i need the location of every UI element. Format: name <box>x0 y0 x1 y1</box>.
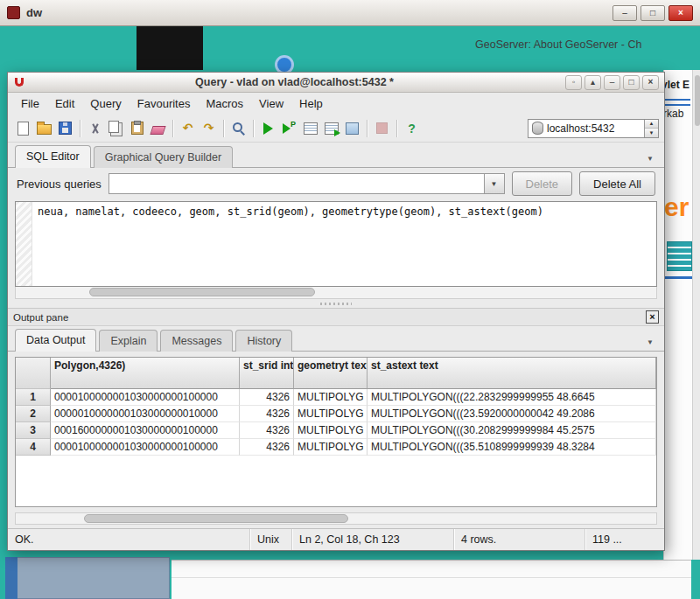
previous-queries-input[interactable] <box>109 174 484 193</box>
minimize-icon[interactable] <box>604 75 620 90</box>
table-row[interactable]: 3 0001600000001030000000100000 4326 MULT… <box>16 422 656 439</box>
sql-text[interactable]: neua, namelat, codeeco, geom, st_srid(ge… <box>38 205 543 218</box>
menu-help[interactable]: Help <box>291 94 331 113</box>
grid-header-st-srid[interactable]: st_srid integer <box>240 358 294 389</box>
cell-st-astext[interactable]: MULTIPOLYGON(((30.2082999999984 45.2575 <box>368 422 656 439</box>
explain-query-icon[interactable] <box>300 118 320 138</box>
cell-st-srid[interactable]: 4326 <box>240 439 294 456</box>
clear-window-icon[interactable] <box>148 118 168 138</box>
chevron-down-icon[interactable] <box>484 174 504 193</box>
cell-geometrytype[interactable]: MULTIPOLYG <box>294 406 368 422</box>
cancel-query-icon[interactable] <box>372 118 392 138</box>
row-number[interactable]: 1 <box>16 389 51 406</box>
table-row[interactable]: 2 0000010000000103000000010000 4326 MULT… <box>16 406 656 422</box>
cell-geom[interactable]: 0000100000001030000000100000 <box>51 389 240 406</box>
tab-messages[interactable]: Messages <box>160 330 233 352</box>
spin-down-icon[interactable] <box>645 129 658 137</box>
cell-geom[interactable]: 0000100000001030000000100000 <box>51 439 240 456</box>
grid-horizontal-scrollbar[interactable] <box>15 512 657 525</box>
tab-sql-editor[interactable]: SQL Editor <box>15 145 91 168</box>
scrollbar-thumb[interactable] <box>84 514 348 523</box>
cell-st-astext[interactable]: MULTIPOLYGON(((35.5108999999939 48.3284 <box>368 439 656 456</box>
chevron-down-icon[interactable] <box>647 150 654 164</box>
status-cursor-position: Ln 2, Col 18, Ch 123 <box>292 529 454 550</box>
execute-pgscript-icon[interactable] <box>279 118 299 138</box>
grid-header-geom[interactable]: Polygon,4326) <box>51 358 240 389</box>
tab-history[interactable]: History <box>235 330 292 352</box>
table-row[interactable]: 1 0000100000001030000000100000 4326 MULT… <box>16 389 656 406</box>
cell-geometrytype[interactable]: MULTIPOLYG <box>294 422 368 439</box>
cell-st-srid[interactable]: 4326 <box>240 422 294 439</box>
paste-icon[interactable] <box>127 118 147 138</box>
output-tab-bar: Data Output Explain Messages History <box>8 326 664 352</box>
help-icon[interactable] <box>402 118 422 138</box>
shade-icon[interactable] <box>584 75 601 90</box>
cell-st-srid[interactable]: 4326 <box>240 389 294 406</box>
scrollbar-thumb[interactable] <box>89 288 315 296</box>
sql-editor[interactable]: neua, namelat, codeeco, geom, st_srid(ge… <box>15 201 657 287</box>
menu-view[interactable]: View <box>251 94 291 113</box>
menu-favourites[interactable]: Favourites <box>130 94 199 113</box>
chevron-down-icon[interactable] <box>647 334 654 347</box>
cell-geometrytype[interactable]: MULTIPOLYG <box>294 389 368 406</box>
connection-combo[interactable]: localhost:5432 <box>528 119 659 138</box>
splitter-grip[interactable] <box>320 303 352 305</box>
cell-st-astext[interactable]: MULTIPOLYGON(((22.2832999999955 48.6645 <box>368 389 656 406</box>
pane-splitter[interactable] <box>8 299 664 308</box>
dw-window-titlebar[interactable]: dw <box>0 0 700 26</box>
cell-geometrytype[interactable]: MULTIPOLYG <box>294 439 368 456</box>
tab-explain[interactable]: Explain <box>99 330 158 352</box>
sql-magnet-icon <box>15 78 24 87</box>
query-window-titlebar[interactable]: Query - vlad on vlad@localhost:5432 * <box>8 73 664 93</box>
macros-icon[interactable] <box>342 118 362 138</box>
menu-edit[interactable]: Edit <box>47 94 82 113</box>
grid-header-st-astext[interactable]: st_astext text <box>368 358 656 389</box>
menu-macros[interactable]: Macros <box>198 94 251 113</box>
grid-header-corner[interactable] <box>16 358 51 389</box>
tab-graphical-query-builder[interactable]: Graphical Query Builder <box>94 146 233 168</box>
pin-icon[interactable] <box>565 75 582 90</box>
row-number[interactable]: 4 <box>16 439 51 456</box>
cell-geom[interactable]: 0000010000000103000000010000 <box>51 406 240 422</box>
row-number[interactable]: 2 <box>16 406 51 422</box>
close-icon[interactable] <box>646 310 659 324</box>
browser-rule-3 <box>662 276 692 279</box>
browser-vertical-scrollbar[interactable] <box>692 70 700 560</box>
close-icon[interactable] <box>642 75 659 90</box>
new-query-file-icon[interactable] <box>13 118 33 138</box>
menu-query[interactable]: Query <box>82 94 129 113</box>
maximize-icon[interactable] <box>623 75 640 90</box>
explain-analyze-icon[interactable] <box>321 118 341 138</box>
scrollbar-thumb[interactable] <box>695 75 700 126</box>
cell-geom[interactable]: 0001600000001030000000100000 <box>51 422 240 439</box>
grid-header-geometrytype[interactable]: geometryt text <box>294 358 368 389</box>
browser-heading-fragment: er <box>664 192 689 222</box>
table-row[interactable]: 4 0000100000001030000000100000 4326 MULT… <box>16 439 656 456</box>
editor-horizontal-scrollbar[interactable] <box>15 287 657 299</box>
copy-icon[interactable] <box>106 118 126 138</box>
cut-icon[interactable] <box>85 118 105 138</box>
menu-file[interactable]: File <box>13 94 47 113</box>
maximize-icon[interactable] <box>640 5 665 21</box>
open-file-icon[interactable] <box>34 118 54 138</box>
execute-query-icon[interactable] <box>258 118 278 138</box>
previous-queries-row: Previous queries Delete Delete All <box>8 168 664 199</box>
status-query-time: 119 ... <box>585 529 664 550</box>
browser-tab-title[interactable]: GeoServer: About GeoServer - Ch <box>475 38 641 51</box>
cell-st-srid[interactable]: 4326 <box>240 406 294 422</box>
row-number[interactable]: 3 <box>16 422 51 439</box>
minimize-icon[interactable] <box>612 5 637 21</box>
spin-up-icon[interactable] <box>645 120 658 129</box>
delete-button[interactable]: Delete <box>512 171 573 196</box>
close-icon[interactable] <box>668 5 693 21</box>
previous-queries-combo[interactable] <box>108 173 505 194</box>
browser-text-fragment-link[interactable]: rkab <box>663 108 683 120</box>
find-icon[interactable] <box>228 118 248 138</box>
redo-icon[interactable] <box>199 118 219 138</box>
tab-data-output[interactable]: Data Output <box>15 329 96 352</box>
delete-all-button[interactable]: Delete All <box>579 171 655 196</box>
output-pane-header: Output pane <box>8 308 664 326</box>
cell-st-astext[interactable]: MULTIPOLYGON(((23.5920000000042 49.2086 <box>368 406 656 422</box>
undo-icon[interactable] <box>178 118 198 138</box>
save-icon[interactable] <box>55 118 75 138</box>
